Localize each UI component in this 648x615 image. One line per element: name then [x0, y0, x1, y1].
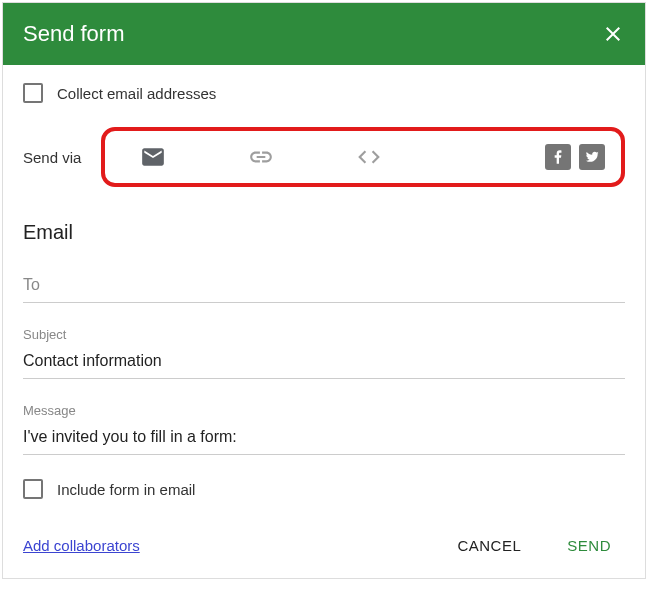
dialog-title: Send form [23, 21, 125, 47]
subject-field: Subject [23, 327, 625, 379]
close-button[interactable] [601, 22, 625, 46]
send-via-embed-tab[interactable] [355, 143, 383, 171]
message-label: Message [23, 403, 625, 418]
send-via-tabs [139, 143, 383, 171]
include-form-checkbox[interactable] [23, 479, 43, 499]
to-field [23, 272, 625, 303]
add-collaborators-link[interactable]: Add collaborators [23, 537, 140, 554]
share-twitter-button[interactable] [579, 144, 605, 170]
twitter-icon [584, 149, 600, 165]
to-input[interactable] [23, 272, 625, 303]
include-form-row: Include form in email [23, 479, 625, 499]
collect-emails-label: Collect email addresses [57, 85, 216, 102]
email-section: Email Subject Message Include form in em… [3, 203, 645, 499]
send-via-row: Send via [23, 127, 625, 187]
close-icon [601, 22, 625, 46]
send-via-label: Send via [23, 149, 101, 166]
cancel-button[interactable]: CANCEL [443, 529, 535, 562]
subject-label: Subject [23, 327, 625, 342]
send-via-email-tab[interactable] [139, 143, 167, 171]
share-facebook-button[interactable] [545, 144, 571, 170]
social-share [545, 144, 605, 170]
facebook-icon [550, 149, 566, 165]
include-form-label: Include form in email [57, 481, 195, 498]
link-icon [248, 144, 274, 170]
message-field: Message [23, 403, 625, 455]
email-icon [140, 144, 166, 170]
send-via-link-tab[interactable] [247, 143, 275, 171]
collect-emails-row: Collect email addresses [23, 83, 625, 103]
send-button[interactable]: SEND [553, 529, 625, 562]
message-input[interactable] [23, 424, 625, 455]
send-form-dialog: Send form Collect email addresses Send v… [2, 2, 646, 579]
collect-emails-checkbox[interactable] [23, 83, 43, 103]
email-heading: Email [23, 221, 625, 244]
subject-input[interactable] [23, 348, 625, 379]
embed-icon [356, 144, 382, 170]
send-via-options-highlight [101, 127, 625, 187]
dialog-header: Send form [3, 3, 645, 65]
options-area: Collect email addresses Send via [3, 65, 645, 203]
dialog-footer: Add collaborators CANCEL SEND [3, 529, 645, 578]
